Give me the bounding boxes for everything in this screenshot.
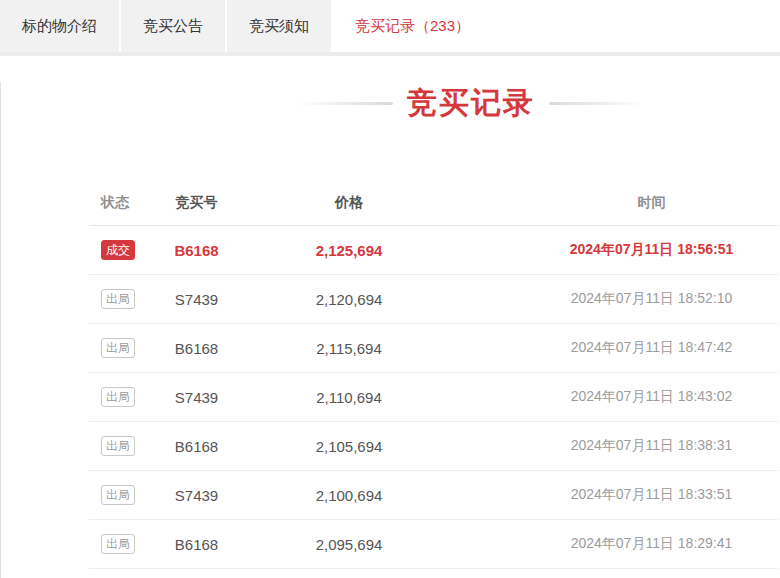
bid-price: 2,110,694	[244, 389, 454, 406]
tab-bid-records[interactable]: 竞买记录（233）	[333, 0, 494, 52]
bidder-number: S7439	[149, 389, 244, 406]
bidder-number: S7439	[149, 487, 244, 504]
section-title: 竞买记录	[407, 83, 535, 124]
title-decor-line-right	[549, 102, 645, 105]
table-row: 出局 B6168 2,105,694 2024年07月11日 18:38:31	[89, 422, 779, 471]
header-price: 价格	[244, 194, 454, 212]
bid-time: 2024年07月11日 18:38:31	[454, 437, 779, 455]
auction-record-page: 标的物介绍 竞买公告 竞买须知 竞买记录（233） 竞买记录 状态 竞买号 价格…	[0, 0, 780, 578]
bid-price: 2,125,694	[244, 242, 454, 259]
bid-price: 2,105,694	[244, 438, 454, 455]
status-badge: 出局	[101, 387, 135, 407]
bid-time: 2024年07月11日 18:56:51	[454, 241, 779, 259]
bid-time: 2024年07月11日 18:47:42	[454, 339, 779, 357]
bid-time: 2024年07月11日 18:43:02	[454, 388, 779, 406]
status-badge: 出局	[101, 534, 135, 554]
bid-time: 2024年07月11日 18:29:41	[454, 535, 779, 553]
status-badge: 出局	[101, 289, 135, 309]
header-bidder-number: 竞买号	[149, 194, 244, 212]
table-row: 成交 B6168 2,125,694 2024年07月11日 18:56:51	[89, 226, 779, 275]
bid-price: 2,115,694	[244, 340, 454, 357]
bid-price: 2,095,694	[244, 536, 454, 553]
status-cell: 出局	[89, 338, 149, 358]
bid-records-table: 状态 竞买号 价格 时间 成交 B6168 2,125,694 2024年07月…	[89, 180, 779, 569]
bid-time: 2024年07月11日 18:33:51	[454, 486, 779, 504]
bidder-number: S7439	[149, 291, 244, 308]
tab-item-intro[interactable]: 标的物介绍	[0, 0, 121, 52]
status-cell: 出局	[89, 289, 149, 309]
table-row: 出局 S7439 2,100,694 2024年07月11日 18:33:51	[89, 471, 779, 520]
bidder-number: B6168	[149, 438, 244, 455]
tab-announcement[interactable]: 竞买公告	[121, 0, 227, 52]
status-badge: 出局	[101, 436, 135, 456]
status-cell: 出局	[89, 485, 149, 505]
tab-bar: 标的物介绍 竞买公告 竞买须知 竞买记录（233）	[0, 0, 780, 52]
table-row: 出局 S7439 2,110,694 2024年07月11日 18:43:02	[89, 373, 779, 422]
section-title-block: 竞买记录	[161, 82, 780, 124]
table-body: 成交 B6168 2,125,694 2024年07月11日 18:56:51 …	[89, 226, 779, 569]
bid-time: 2024年07月11日 18:52:10	[454, 290, 779, 308]
table-row: 出局 B6168 2,115,694 2024年07月11日 18:47:42	[89, 324, 779, 373]
table-header-row: 状态 竞买号 价格 时间	[89, 180, 779, 226]
status-badge: 出局	[101, 485, 135, 505]
status-cell: 出局	[89, 436, 149, 456]
bidder-number: B6168	[149, 340, 244, 357]
bid-price: 2,120,694	[244, 291, 454, 308]
header-status: 状态	[89, 194, 149, 212]
status-cell: 出局	[89, 387, 149, 407]
bid-records-panel: 竞买记录 状态 竞买号 价格 时间 成交 B6168 2,125,694 202…	[0, 82, 780, 578]
table-row: 出局 S7439 2,120,694 2024年07月11日 18:52:10	[89, 275, 779, 324]
status-cell: 成交	[89, 240, 149, 260]
status-badge: 出局	[101, 338, 135, 358]
table-row: 出局 B6168 2,095,694 2024年07月11日 18:29:41	[89, 520, 779, 569]
title-decor-line-left	[297, 102, 393, 105]
tabbar-divider	[0, 52, 780, 56]
status-cell: 出局	[89, 534, 149, 554]
status-badge: 成交	[101, 240, 135, 260]
bidder-number: B6168	[149, 536, 244, 553]
bidder-number: B6168	[149, 242, 244, 259]
tab-notice[interactable]: 竞买须知	[227, 0, 333, 52]
bid-price: 2,100,694	[244, 487, 454, 504]
header-time: 时间	[454, 194, 779, 212]
